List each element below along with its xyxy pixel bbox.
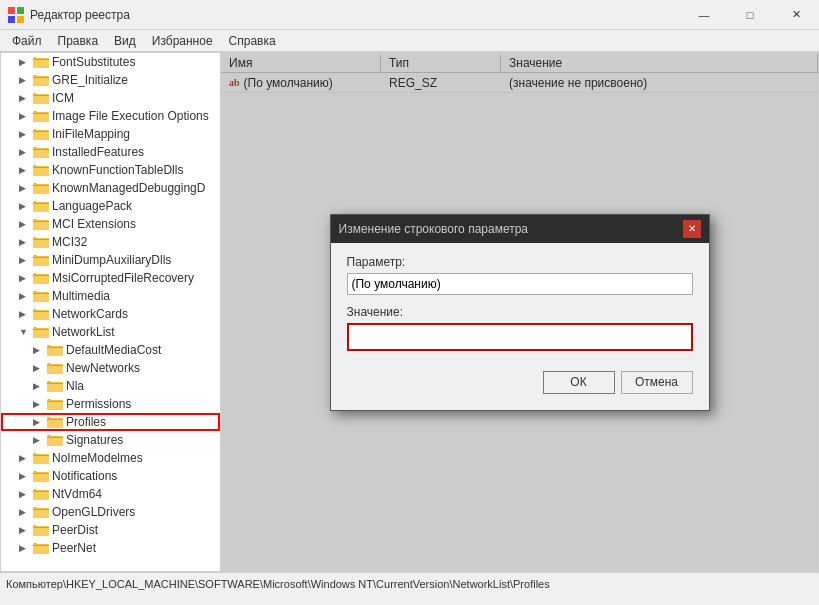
tree-item-label: NoImeModelmes <box>52 451 143 465</box>
folder-icon <box>47 415 63 429</box>
menu-view[interactable]: Вид <box>106 32 144 50</box>
value-input[interactable] <box>347 323 693 351</box>
expand-icon[interactable]: ▶ <box>33 417 47 427</box>
svg-rect-98 <box>33 473 49 482</box>
tree-item[interactable]: ▶ ICM <box>1 89 220 107</box>
tree-item[interactable]: ▶ MsiCorruptedFileRecovery <box>1 269 220 287</box>
expand-icon[interactable]: ▶ <box>19 147 33 157</box>
tree-item[interactable]: ▶ DefaultMediaCost <box>1 341 220 359</box>
svg-rect-43 <box>33 221 49 222</box>
svg-rect-79 <box>47 383 63 384</box>
menu-file[interactable]: Файл <box>4 32 50 50</box>
tree-item[interactable]: ▶ NoImeModelmes <box>1 449 220 467</box>
tree-item[interactable]: ▶ KnownManagedDebuggingD <box>1 179 220 197</box>
status-bar: Компьютер\HKEY_LOCAL_MACHINE\SOFTWARE\Mi… <box>0 572 819 594</box>
tree-item[interactable]: ▶ NtVdm64 <box>1 485 220 503</box>
tree-item[interactable]: ▶ LanguagePack <box>1 197 220 215</box>
maximize-button[interactable]: □ <box>727 0 773 30</box>
menu-help[interactable]: Справка <box>221 32 284 50</box>
tree-item[interactable]: ▶ Notifications <box>1 467 220 485</box>
expand-icon[interactable]: ▶ <box>33 435 47 445</box>
right-panel: Имя Тип Значение ab(По умолчанию)REG_SZ(… <box>221 53 818 571</box>
expand-icon[interactable]: ▶ <box>19 57 33 67</box>
tree-item[interactable]: ▶ NetworkCards <box>1 305 220 323</box>
param-input[interactable] <box>347 273 693 295</box>
folder-icon <box>47 343 63 357</box>
ok-button[interactable]: ОК <box>543 371 615 394</box>
svg-rect-23 <box>33 131 49 132</box>
expand-icon[interactable]: ▶ <box>19 75 33 85</box>
tree-item-label: MCI32 <box>52 235 87 249</box>
tree-item[interactable]: ▶ MCI Extensions <box>1 215 220 233</box>
tree-item[interactable]: ▶ Profiles <box>1 413 220 431</box>
tree-item[interactable]: ▶ PeerDist <box>1 521 220 539</box>
cancel-button[interactable]: Отмена <box>621 371 693 394</box>
svg-rect-58 <box>33 293 49 302</box>
tree-item[interactable]: ▶ MCI32 <box>1 233 220 251</box>
svg-rect-55 <box>33 275 49 276</box>
svg-rect-106 <box>33 509 49 518</box>
expand-icon[interactable]: ▶ <box>19 219 33 229</box>
expand-icon[interactable]: ▶ <box>33 381 47 391</box>
tree-item[interactable]: ▼ NetworkList <box>1 323 220 341</box>
expand-icon[interactable]: ▶ <box>19 489 33 499</box>
expand-icon[interactable]: ▶ <box>33 363 47 373</box>
expand-icon[interactable]: ▶ <box>19 93 33 103</box>
close-button[interactable]: ✕ <box>773 0 819 30</box>
svg-rect-83 <box>47 401 63 402</box>
svg-rect-31 <box>33 167 49 168</box>
expand-icon[interactable]: ▶ <box>19 309 33 319</box>
folder-icon <box>47 379 63 393</box>
tree-item[interactable]: ▶ PeerNet <box>1 539 220 557</box>
tree-item[interactable]: ▶ Image File Execution Options <box>1 107 220 125</box>
expand-icon[interactable]: ▶ <box>33 399 47 409</box>
expand-icon[interactable]: ▶ <box>19 111 33 121</box>
svg-rect-86 <box>47 419 63 428</box>
svg-rect-82 <box>47 401 63 410</box>
tree-item[interactable]: ▶ GRE_Initialize <box>1 71 220 89</box>
tree-item[interactable]: ▶ Multimedia <box>1 287 220 305</box>
expand-icon[interactable]: ▶ <box>19 201 33 211</box>
tree-item[interactable]: ▶ IniFileMapping <box>1 125 220 143</box>
title-bar-left: Редактор реестра <box>8 7 130 23</box>
expand-icon[interactable]: ▶ <box>19 255 33 265</box>
tree-item[interactable]: ▶ Signatures <box>1 431 220 449</box>
expand-icon[interactable]: ▶ <box>19 129 33 139</box>
tree-item[interactable]: ▶ KnownFunctionTableDlls <box>1 161 220 179</box>
expand-icon[interactable]: ▶ <box>19 237 33 247</box>
tree-item[interactable]: ▶ NewNetworks <box>1 359 220 377</box>
expand-icon[interactable]: ▶ <box>33 345 47 355</box>
tree-item-label: Multimedia <box>52 289 110 303</box>
folder-icon <box>33 127 49 141</box>
expand-icon[interactable]: ▶ <box>19 165 33 175</box>
tree-item[interactable]: ▶ OpenGLDrivers <box>1 503 220 521</box>
tree-item[interactable]: ▶ MiniDumpAuxiliaryDlls <box>1 251 220 269</box>
expand-icon[interactable]: ▶ <box>19 453 33 463</box>
tree-item[interactable]: ▶ Permissions <box>1 395 220 413</box>
tree-item-label: NewNetworks <box>66 361 140 375</box>
svg-rect-78 <box>47 383 63 392</box>
expand-icon[interactable]: ▶ <box>19 525 33 535</box>
tree-scroll[interactable]: ▶ FontSubstitutes▶ GRE_Initialize▶ ICM▶ … <box>1 53 220 571</box>
expand-icon[interactable]: ▶ <box>19 543 33 553</box>
tree-item[interactable]: ▶ Nla <box>1 377 220 395</box>
tree-item[interactable]: ▶ InstalledFeatures <box>1 143 220 161</box>
expand-icon[interactable]: ▼ <box>19 327 33 337</box>
minimize-button[interactable]: — <box>681 0 727 30</box>
folder-icon <box>33 235 49 249</box>
svg-rect-50 <box>33 257 49 266</box>
svg-rect-34 <box>33 185 49 194</box>
tree-item[interactable]: ▶ FontSubstitutes <box>1 53 220 71</box>
expand-icon[interactable]: ▶ <box>19 507 33 517</box>
folder-icon <box>33 307 49 321</box>
tree-item-label: Notifications <box>52 469 117 483</box>
expand-icon[interactable]: ▶ <box>19 183 33 193</box>
folder-icon <box>33 217 49 231</box>
dialog-close-button[interactable]: ✕ <box>683 220 701 238</box>
menu-edit[interactable]: Правка <box>50 32 107 50</box>
menu-favorites[interactable]: Избранное <box>144 32 221 50</box>
expand-icon[interactable]: ▶ <box>19 273 33 283</box>
expand-icon[interactable]: ▶ <box>19 291 33 301</box>
dialog-overlay: Изменение строкового параметра ✕ Парамет… <box>221 53 818 571</box>
expand-icon[interactable]: ▶ <box>19 471 33 481</box>
